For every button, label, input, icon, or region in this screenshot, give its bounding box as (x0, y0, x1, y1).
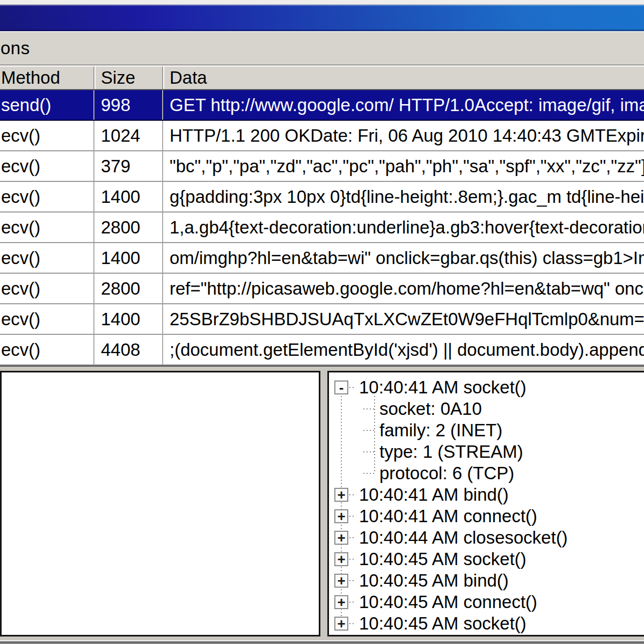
table-row[interactable]: ecv() 1024 HTTP/1.1 200 OKDate: Fri, 06 … (0, 121, 644, 151)
window-titlebar[interactable] (0, 5, 644, 32)
table-row[interactable]: send() 998 GET http://www.google.com/ HT… (0, 90, 644, 121)
cell-size: 2800 (94, 274, 163, 303)
expand-icon[interactable]: + (334, 595, 348, 609)
status-strip (0, 636, 644, 644)
expand-icon[interactable]: + (334, 509, 348, 523)
expand-icon[interactable]: + (334, 574, 348, 588)
cell-data: ;(document.getElementById('xjsd') || doc… (163, 335, 644, 364)
tree-branch (349, 623, 356, 624)
tree-item-label: family: 2 (INET) (379, 420, 502, 441)
tree-item-label: 10:40:41 AM connect() (359, 506, 537, 526)
menu-bar: ons (0, 32, 644, 65)
tree-item-label: 10:40:41 AM socket() (359, 377, 526, 398)
tree-item[interactable]: family: 2 (INET) (329, 420, 644, 441)
menu-item-options[interactable]: ons (0, 38, 30, 58)
tree-item-label: 10:40:45 AM connect() (359, 592, 537, 612)
event-tree-panel: - 10:40:41 AM socket() socket: 0A10 fami… (327, 371, 644, 636)
cell-data: 1,a.gb4{text-decoration:underline}a.gb3:… (163, 213, 644, 242)
cell-data: om/imghp?hl=en&tab=wi" onclick=gbar.qs(t… (163, 243, 644, 273)
tree-item[interactable]: + 10:40:41 AM connect() (329, 506, 644, 527)
cell-size: 2800 (94, 213, 163, 242)
tree-item-label: 10:40:45 AM socket() (359, 613, 526, 634)
cell-method: ecv() (0, 151, 94, 181)
cell-size: 1024 (94, 121, 163, 150)
expand-icon[interactable]: + (334, 531, 348, 545)
cell-data: GET http://www.google.com/ HTTP/1.0Accep… (163, 90, 644, 120)
cell-method: ecv() (0, 304, 94, 334)
cell-data: ref="http://picasaweb.google.com/home?hl… (163, 274, 644, 303)
cell-size: 379 (94, 151, 163, 181)
expand-icon[interactable]: + (334, 617, 348, 631)
table-row[interactable]: ecv() 1400 om/imghp?hl=en&tab=wi" onclic… (0, 243, 644, 274)
expand-icon[interactable]: + (334, 552, 348, 566)
cell-method: ecv() (0, 243, 94, 273)
cell-size: 1400 (94, 243, 163, 273)
tree-item[interactable]: + 10:40:45 AM socket() (329, 548, 644, 570)
tree-item[interactable]: protocol: 6 (TCP) (329, 463, 644, 484)
cell-method: ecv() (0, 335, 94, 364)
cell-size: 4408 (94, 335, 163, 364)
tree-item[interactable]: + 10:40:45 AM connect() (329, 591, 644, 613)
tree-branch (363, 408, 376, 409)
cell-data: "bc","p","pa","zd","ac","pc","pah","ph",… (163, 151, 644, 181)
cell-size: 998 (94, 90, 163, 120)
tree-branch (349, 559, 356, 560)
table-row[interactable]: ecv() 379 "bc","p","pa","zd","ac","pc","… (0, 151, 644, 182)
tree-item-label: 10:40:45 AM socket() (359, 549, 526, 569)
cell-method: ecv() (0, 274, 94, 303)
tree-item[interactable]: + 10:40:45 AM socket() (329, 613, 644, 634)
socket-event-tree: - 10:40:41 AM socket() socket: 0A10 fami… (329, 372, 644, 634)
tree-item[interactable]: + 10:40:41 AM bind() (329, 484, 644, 506)
tree-item-label: protocol: 6 (TCP) (379, 463, 514, 484)
tree-branch (349, 494, 356, 495)
cell-data: g{padding:3px 10px 0}td{line-height:.8em… (163, 182, 644, 211)
column-header-method[interactable]: Method (0, 67, 94, 89)
pane-splitter[interactable] (0, 365, 644, 371)
window-edge-strip (0, 0, 644, 5)
table-row[interactable]: ecv() 4408 ;(document.getElementById('xj… (0, 335, 644, 365)
tree-branch (363, 473, 376, 474)
tree-branch (349, 516, 356, 517)
tree-branch (363, 430, 376, 431)
cell-size: 1400 (94, 182, 163, 211)
table-row[interactable]: ecv() 1400 g{padding:3px 10px 0}td{line-… (0, 182, 644, 213)
tree-item[interactable]: type: 1 (STREAM) (329, 441, 644, 463)
tree-branch (349, 580, 356, 581)
tree-item[interactable]: + 10:40:44 AM closesocket() (329, 527, 644, 548)
column-header-data[interactable]: Data (163, 67, 644, 89)
cell-method: ecv() (0, 213, 94, 242)
app-window: ons Method Size Data send() 998 GET http… (0, 0, 644, 644)
tree-branch (349, 387, 356, 388)
expand-icon[interactable]: + (334, 488, 348, 502)
tree-branch (363, 451, 376, 452)
tree-branch (349, 602, 356, 603)
tree-item-label: 10:40:41 AM bind() (359, 485, 509, 505)
tree-item[interactable]: + 10:40:45 AM bind() (329, 570, 644, 591)
tree-item[interactable]: - 10:40:41 AM socket() (329, 377, 644, 398)
panel-divider[interactable] (320, 371, 327, 636)
collapse-icon[interactable]: - (334, 380, 348, 394)
table-row[interactable]: ecv() 2800 ref="http://picasaweb.google.… (0, 274, 644, 304)
column-header-size[interactable]: Size (94, 67, 163, 89)
tree-item-label: 10:40:45 AM bind() (359, 570, 509, 591)
cell-method: ecv() (0, 182, 94, 211)
cell-method: send() (0, 90, 94, 120)
listview-header: Method Size Data (0, 65, 644, 90)
cell-size: 1400 (94, 304, 163, 334)
packet-list: send() 998 GET http://www.google.com/ HT… (0, 90, 644, 365)
cell-method: ecv() (0, 121, 94, 150)
table-row[interactable]: ecv() 1400 25SBrZ9bSHBDJSUAqTxLXCwZEt0W9… (0, 304, 644, 335)
tree-item-label: 10:40:44 AM closesocket() (359, 528, 568, 548)
cell-data: HTTP/1.1 200 OKDate: Fri, 06 Aug 2010 14… (163, 121, 644, 150)
detail-panel (0, 371, 320, 636)
tree-branch (349, 537, 356, 538)
tree-item[interactable]: socket: 0A10 (329, 398, 644, 420)
tree-item-label: socket: 0A10 (379, 399, 482, 419)
cell-data: 25SBrZ9bSHBDJSUAqTxLXCwZEt0W9eFHqlTcmlp0… (163, 304, 644, 334)
table-row[interactable]: ecv() 2800 1,a.gb4{text-decoration:under… (0, 213, 644, 243)
tree-item-label: type: 1 (STREAM) (379, 442, 523, 462)
